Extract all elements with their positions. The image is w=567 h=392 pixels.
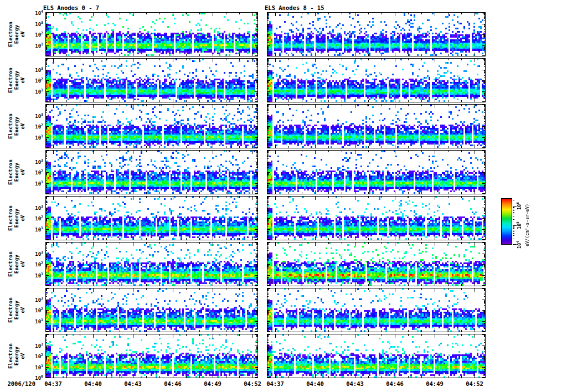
x-tick-label: 04:46 (382, 380, 408, 387)
y-tick-label: 103 (29, 20, 43, 27)
y-tick-label: 102 (29, 169, 43, 176)
spectrogram-canvas (46, 59, 257, 102)
y-tick-label: 103 (29, 158, 43, 165)
y-tick-label: 101 (29, 226, 43, 233)
x-tick-label: 04:52 (462, 380, 487, 387)
spectrogram-canvas (46, 197, 257, 240)
y-tick-label: 103 (29, 66, 43, 73)
y-tick-label: 102 (29, 353, 43, 359)
y-tick-label: 104 (29, 9, 43, 16)
y-axis-title: Electron EnergyeV (7, 195, 20, 241)
y-axis-title: Electron EnergyeV (7, 58, 20, 103)
spectrogram-canvas (267, 334, 485, 378)
spectrogram-panel-anode-12 (267, 196, 486, 240)
y-tick-label: 101 (29, 134, 43, 141)
spectrogram-canvas (267, 59, 485, 102)
colorbar-tick-label: 106 (516, 199, 521, 213)
spectrogram-canvas (46, 105, 257, 148)
spectrogram-panel-anode-4 (45, 196, 258, 240)
y-axis-title: Electron EnergyeV (7, 287, 20, 333)
spectrogram-canvas (267, 243, 485, 286)
spectrogram-panel-anode-13 (267, 242, 486, 286)
colorbar-tick-label: 105 (516, 219, 521, 232)
spectrogram-canvas (267, 105, 485, 148)
y-tick-label: 103 (29, 112, 43, 119)
els-spectrogram-figure: ELS Anodes 0 - 7 ELS Anodes 8 - 15 10410… (0, 0, 567, 392)
spectrogram-panel-anode-2 (45, 104, 258, 148)
column-title-anodes-0-7: ELS Anodes 0 - 7 (43, 4, 99, 11)
x-tick-label: 04:49 (422, 380, 447, 387)
spectrogram-panel-anode-11 (267, 150, 486, 194)
y-tick-label: 101 (29, 318, 43, 324)
spectrogram-panel-anode-7 (45, 334, 258, 378)
y-tick-label: 101 (29, 88, 43, 95)
x-tick-label: 04:46 (160, 380, 185, 387)
x-tick-label: 04:49 (200, 380, 225, 387)
colorbar-tick-label: 104 (516, 238, 521, 251)
spectrogram-canvas (46, 13, 257, 56)
y-axis-title: Electron EnergyeV (7, 333, 20, 379)
y-tick-label: 103 (29, 204, 43, 211)
spectrogram-canvas (46, 243, 257, 286)
spectrogram-panel-anode-3 (45, 150, 258, 194)
y-axis-title: Electron EnergyeV (7, 241, 20, 287)
y-tick-label: 102 (29, 307, 43, 313)
spectrogram-canvas (46, 334, 257, 378)
spectrogram-panel-anode-10 (267, 104, 486, 148)
colorbar-gradient (501, 198, 512, 245)
column-title-anodes-8-15: ELS Anodes 8 - 15 (265, 4, 324, 11)
y-axis-title: Electron EnergyeV (7, 104, 20, 149)
spectrogram-panel-anode-0 (45, 12, 258, 56)
y-tick-label: 102 (29, 31, 43, 38)
date-label: 2006/120 (3, 380, 35, 387)
spectrogram-canvas (267, 13, 485, 56)
y-tick-label: 103 (29, 250, 43, 257)
spectrogram-canvas (267, 197, 485, 240)
x-tick-label: 04:43 (342, 380, 368, 387)
y-tick-label: 101 (29, 364, 43, 370)
x-tick-label: 04:40 (302, 380, 328, 387)
spectrogram-canvas (267, 151, 485, 194)
spectrogram-panel-anode-6 (45, 288, 258, 332)
spectrogram-panel-anode-15 (267, 334, 486, 378)
y-tick-label: 102 (29, 77, 43, 84)
spectrogram-panel-anode-9 (267, 58, 486, 102)
spectrogram-panel-anode-14 (267, 288, 486, 332)
spectrogram-canvas (267, 288, 485, 332)
y-axis-title: Electron EnergyeV (7, 12, 20, 57)
y-tick-label: 102 (29, 215, 43, 221)
y-tick-label: 103 (29, 296, 43, 303)
y-tick-label: 101 (29, 180, 43, 187)
spectrogram-panel-anode-8 (267, 12, 486, 56)
spectrogram-canvas (46, 151, 257, 194)
colorbar-unit-label: eV/(cm²-s-sr-eV) (525, 191, 531, 260)
y-axis-title: Electron EnergyeV (7, 149, 20, 195)
y-tick-label: 102 (29, 123, 43, 130)
y-tick-label: 102 (29, 261, 43, 267)
x-tick-label: 04:43 (120, 380, 146, 387)
y-tick-label: 101 (29, 272, 43, 278)
x-tick-label: 04:37 (40, 380, 66, 387)
x-tick-label: 04:37 (262, 380, 288, 387)
y-tick-label: 103 (29, 342, 43, 349)
spectrogram-canvas (46, 288, 257, 332)
y-tick-label: 101 (29, 42, 43, 49)
spectrogram-panel-anode-1 (45, 58, 258, 102)
x-tick-label: 04:52 (240, 380, 265, 387)
x-tick-label: 04:40 (80, 380, 106, 387)
spectrogram-panel-anode-5 (45, 242, 258, 286)
